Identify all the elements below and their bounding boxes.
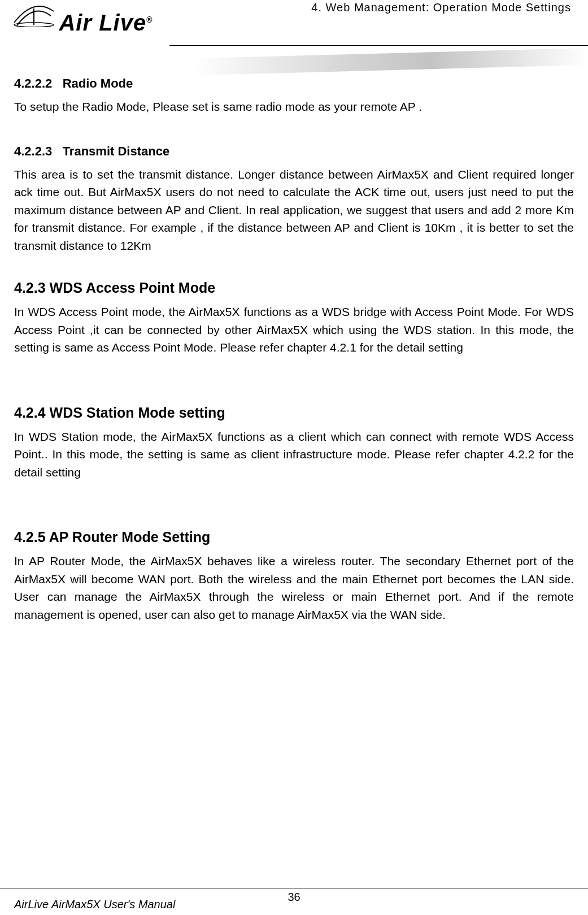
- section-transmit-distance: 4.2.2.3 Transmit Distance This area is t…: [14, 144, 574, 255]
- brand-name: Air Live®: [59, 10, 153, 35]
- section-heading: 4.2.2.2 Radio Mode: [14, 76, 574, 91]
- header-divider: [169, 45, 588, 46]
- section-title: WDS Station Mode setting: [50, 405, 225, 420]
- registered-icon: ®: [146, 15, 153, 24]
- section-number: 4.2.5: [14, 529, 46, 545]
- section-title: Transmit Distance: [63, 144, 170, 158]
- section-title: Radio Mode: [63, 76, 133, 90]
- section-heading: 4.2.5 AP Router Mode Setting: [14, 529, 574, 545]
- section-number: 4.2.3: [14, 280, 46, 296]
- section-body: In AP Router Mode, the AirMax5X behaves …: [14, 552, 574, 623]
- section-title: AP Router Mode Setting: [49, 529, 211, 545]
- section-ap-router: 4.2.5 AP Router Mode Setting In AP Route…: [14, 529, 574, 623]
- section-title: WDS Access Point Mode: [50, 280, 216, 296]
- section-wds-access-point: 4.2.3 WDS Access Point Mode In WDS Acces…: [14, 280, 574, 357]
- section-heading: 4.2.3 WDS Access Point Mode: [14, 280, 574, 296]
- wireless-swoosh-icon: [11, 0, 56, 27]
- section-wds-station: 4.2.4 WDS Station Mode setting In WDS St…: [14, 405, 574, 482]
- manual-title: AirLive AirMax5X User's Manual: [14, 898, 175, 911]
- section-heading: 4.2.4 WDS Station Mode setting: [14, 405, 574, 421]
- footer-divider: [0, 888, 588, 888]
- brand-logo: Air Live®: [11, 0, 153, 32]
- section-number: 4.2.2.3: [14, 144, 52, 158]
- page-footer: 36 AirLive AirMax5X User's Manual: [0, 888, 588, 904]
- page-header: Air Live® 4. Web Management: Operation M…: [0, 0, 588, 59]
- page-content: 4.2.2.2 Radio Mode To setup the Radio Mo…: [0, 59, 588, 623]
- section-body: To setup the Radio Mode, Please set is s…: [14, 98, 574, 116]
- section-number: 4.2.4: [14, 405, 46, 420]
- section-body: In WDS Station mode, the AirMax5X functi…: [14, 428, 574, 482]
- section-body: This area is to set the transmit distanc…: [14, 166, 574, 255]
- section-number: 4.2.2.2: [14, 76, 52, 90]
- chapter-title: 4. Web Management: Operation Mode Settin…: [311, 1, 571, 14]
- section-radio-mode: 4.2.2.2 Radio Mode To setup the Radio Mo…: [14, 76, 574, 116]
- section-body: In WDS Access Point mode, the AirMax5X f…: [14, 303, 574, 357]
- section-heading: 4.2.2.3 Transmit Distance: [14, 144, 574, 159]
